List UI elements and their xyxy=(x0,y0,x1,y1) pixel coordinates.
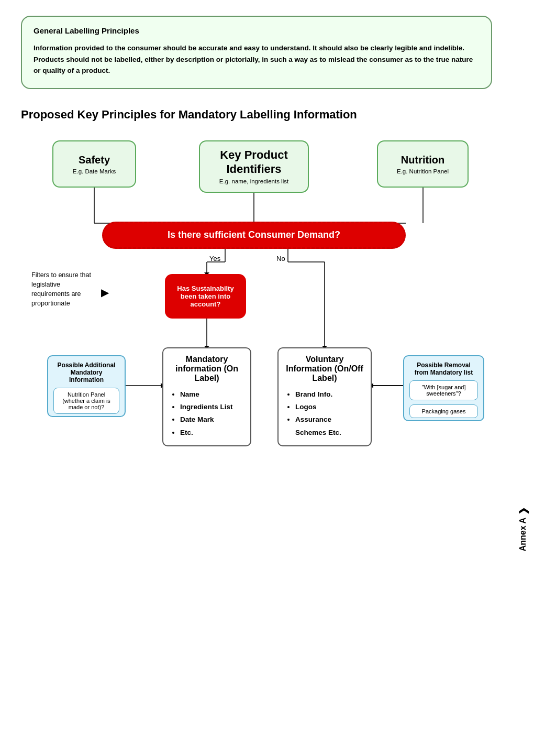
mandatory-item-3: Date Mark xyxy=(180,413,243,426)
page-container: General Labelling Principles Information… xyxy=(0,0,534,756)
safety-box: Safety E.g. Date Marks xyxy=(52,140,136,188)
possible-remove-inner1: "With [sugar and] sweeteners"? xyxy=(409,380,478,400)
mandatory-item-4: Etc. xyxy=(180,426,243,439)
general-principles-box: General Labelling Principles Information… xyxy=(21,16,492,89)
proposed-heading: Proposed Key Principles for Mandatory La… xyxy=(21,108,513,122)
filters-box: Filters to ensure that legislative requi… xyxy=(31,270,99,309)
kpi-subtitle: E.g. name, ingredients list xyxy=(219,178,288,184)
diagram: Safety E.g. Date Marks Key Product Ident… xyxy=(21,140,513,638)
consumer-demand-box: Is there sufficient Consumer Demand? xyxy=(102,222,406,249)
mandatory-item-1: Name xyxy=(180,388,243,401)
yes-label: Yes xyxy=(209,255,220,262)
kpi-title: Key Product Identifiers xyxy=(206,148,302,176)
general-principles-text: Information provided to the consumer sho… xyxy=(34,42,480,76)
voluntary-list: Brand Info. Logos Assurance Schemes Etc. xyxy=(286,388,363,439)
kpi-box: Key Product Identifiers E.g. name, ingre… xyxy=(199,140,309,193)
possible-add-box: Possible Additional Mandatory Informatio… xyxy=(47,355,126,417)
safety-subtitle: E.g. Date Marks xyxy=(73,168,116,174)
voluntary-title: Voluntary Information (On/Off Label) xyxy=(286,355,363,383)
possible-remove-box: Possible Removal from Mandatory list "Wi… xyxy=(403,355,484,421)
possible-remove-inner2: Packaging gases xyxy=(409,404,478,418)
general-principles-title: General Labelling Principles xyxy=(34,26,480,35)
voluntary-item-3: Assurance Schemes Etc. xyxy=(295,413,363,439)
annex-a: Annex A ❯ xyxy=(517,507,529,551)
nutrition-box: Nutrition E.g. Nutrition Panel xyxy=(377,140,469,188)
filters-arrow: ▶ xyxy=(101,286,109,299)
possible-add-inner: Nutrition Panel (whether a claim is made… xyxy=(53,388,119,414)
mandatory-title: Mandatory information (On Label) xyxy=(171,355,243,383)
possible-remove-title: Possible Removal from Mandatory list xyxy=(409,361,478,376)
nutrition-subtitle: E.g. Nutrition Panel xyxy=(397,168,449,174)
annex-chevron-icon: ❯ xyxy=(517,507,529,515)
voluntary-item-2: Logos xyxy=(295,401,363,413)
voluntary-item-1: Brand Info. xyxy=(295,388,363,401)
voluntary-box: Voluntary Information (On/Off Label) Bra… xyxy=(277,347,372,446)
mandatory-box: Mandatory information (On Label) Name In… xyxy=(162,347,251,446)
safety-title: Safety xyxy=(79,154,110,166)
mandatory-list: Name Ingredients List Date Mark Etc. xyxy=(171,388,243,439)
nutrition-title: Nutrition xyxy=(401,154,444,166)
no-label: No xyxy=(276,255,285,262)
sustainability-box: Has Sustainabilty been taken into accoun… xyxy=(165,274,246,319)
possible-add-title: Possible Additional Mandatory Informatio… xyxy=(53,361,119,384)
mandatory-item-2: Ingredients List xyxy=(180,401,243,413)
